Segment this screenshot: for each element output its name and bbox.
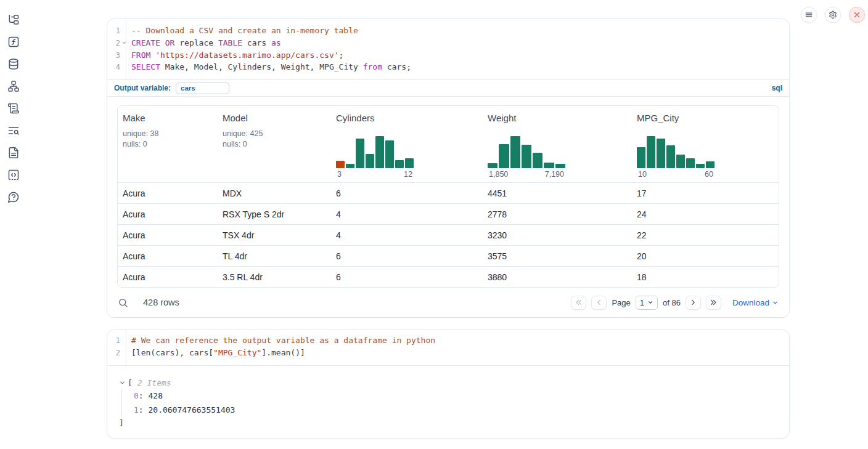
column-histogram[interactable]: 1,8507,190 <box>488 136 565 179</box>
table-cell: 4 <box>331 225 483 245</box>
code-text: FROM 'https://datasets.marimo.app/cars.c… <box>126 49 343 62</box>
table-cell: 3880 <box>483 267 632 287</box>
table-cell: 6 <box>331 183 483 203</box>
table-row[interactable]: AcuraMDX6445117 <box>118 182 779 203</box>
items-count: 2 Items <box>137 378 171 387</box>
text-search-icon <box>7 124 20 137</box>
menu-button[interactable] <box>801 7 817 23</box>
first-page-button[interactable] <box>571 296 586 310</box>
download-label: Download <box>732 298 769 307</box>
language-badge: sql <box>772 84 782 92</box>
sidebar-item-scroll-text[interactable] <box>5 102 22 115</box>
sidebar-item-code-snippet[interactable] <box>5 169 22 181</box>
open-bracket: [ <box>128 378 133 387</box>
table-cell: Acura <box>118 267 218 287</box>
histogram-bar <box>676 155 685 168</box>
line-number: 1 <box>107 25 126 37</box>
column-histogram[interactable]: 312 <box>336 136 414 179</box>
page-select[interactable]: 1 <box>636 296 658 310</box>
settings-button[interactable] <box>825 7 841 23</box>
table-cell: 4 <box>331 204 483 224</box>
sidebar-item-file-tree[interactable] <box>5 14 22 26</box>
column-header-make[interactable]: Makeunique: 38nulls: 0 <box>118 106 218 182</box>
table-row[interactable]: Acura3.5 RL 4dr6388018 <box>118 266 779 287</box>
prev-page-button[interactable] <box>591 296 607 310</box>
histogram-bar <box>405 158 414 168</box>
code-text: SELECT Make, Model, Cylinders, Weight, M… <box>126 61 411 73</box>
python-code-editor[interactable]: 1# We can reference the output variable … <box>107 330 789 365</box>
shutdown-button[interactable] <box>849 7 865 23</box>
column-header-mpg_city[interactable]: MPG_City1060 <box>632 106 779 182</box>
table-cell: 6 <box>331 246 483 266</box>
sidebar-item-text-search[interactable] <box>5 124 22 137</box>
histogram-bar <box>510 136 520 168</box>
function-square-icon <box>7 36 20 48</box>
sidebar-item-network[interactable] <box>5 80 22 92</box>
histogram-bar <box>346 164 354 168</box>
output-variable-label: Output variable: <box>114 84 171 92</box>
histogram-max-label: 12 <box>404 170 412 179</box>
sidebar-item-file-text[interactable] <box>5 147 22 159</box>
line-number: 2 <box>107 37 126 49</box>
code-line: 1-- Download a CSV and create an in-memo… <box>107 25 789 37</box>
sidebar-item-help-circle[interactable] <box>5 191 22 203</box>
line-number: 4 <box>107 61 126 73</box>
scroll-text-icon <box>7 102 20 115</box>
column-name: Model <box>223 113 326 123</box>
table-header-row: Makeunique: 38nulls: 0Modelunique: 425nu… <box>118 106 779 182</box>
sql-cell: 1-- Download a CSV and create an in-memo… <box>107 18 790 318</box>
table-row[interactable]: AcuraRSX Type S 2dr4277824 <box>118 203 779 224</box>
last-page-button[interactable] <box>706 296 721 310</box>
search-icon[interactable] <box>118 297 128 308</box>
table-row[interactable]: AcuraTL 4dr6357520 <box>118 245 779 266</box>
sql-code-editor[interactable]: 1-- Download a CSV and create an in-memo… <box>107 19 789 79</box>
histogram-bar <box>385 140 394 168</box>
tree-entries: 0: 4281: 20.060747663551403 <box>121 389 779 417</box>
histogram-bar <box>666 145 675 168</box>
topbar-actions <box>801 7 865 23</box>
histogram-bar <box>336 161 345 168</box>
column-header-cylinders[interactable]: Cylinders312 <box>331 106 483 182</box>
table-cell: 3230 <box>483 225 632 245</box>
histogram-bar <box>522 145 531 168</box>
table-row[interactable]: AcuraTSX 4dr4323022 <box>118 224 779 245</box>
code-text: # We can reference the output variable a… <box>126 334 435 347</box>
sidebar-item-database[interactable] <box>5 58 22 70</box>
histogram-min-label: 10 <box>638 170 647 179</box>
column-stats: unique: 38nulls: 0 <box>123 129 213 149</box>
network-icon <box>7 80 20 92</box>
column-header-model[interactable]: Modelunique: 425nulls: 0 <box>218 106 331 182</box>
page-select-value: 1 <box>640 298 644 307</box>
output-variable-input[interactable] <box>176 83 229 94</box>
code-line: 2[len(cars), cars["MPG_City"].mean()] <box>107 347 789 359</box>
code-line: 1# We can reference the output variable … <box>107 334 789 347</box>
histogram-bar <box>696 164 705 168</box>
help-circle-icon <box>7 191 20 203</box>
download-button[interactable]: Download <box>732 298 779 307</box>
app-root: 1-- Download a CSV and create an in-memo… <box>0 0 868 449</box>
table-cell: 20 <box>632 246 779 266</box>
python-cell: 1# We can reference the output variable … <box>107 330 790 439</box>
next-page-button[interactable] <box>686 296 701 310</box>
table-cell: TSX 4dr <box>218 225 331 245</box>
column-stats: unique: 425nulls: 0 <box>223 129 326 149</box>
column-header-weight[interactable]: Weight1,8507,190 <box>483 106 632 182</box>
sql-cell-output: Makeunique: 38nulls: 0Modelunique: 425nu… <box>107 96 789 316</box>
column-histogram[interactable]: 1060 <box>637 136 714 179</box>
table-cell: Acura <box>118 183 218 203</box>
column-name: Weight <box>488 113 627 123</box>
code-line: 4SELECT Make, Model, Cylinders, Weight, … <box>107 61 789 73</box>
fold-icon[interactable] <box>121 40 127 46</box>
histogram-bar <box>366 154 374 168</box>
table-cell: Acura <box>118 225 218 245</box>
table-cell: Acura <box>118 204 218 224</box>
gear-icon <box>829 10 837 19</box>
table-cell: TL 4dr <box>218 246 331 266</box>
chevron-left-icon <box>596 299 603 306</box>
histogram-bar <box>647 136 655 168</box>
tree-key: 1 <box>134 405 139 415</box>
sidebar-item-function-square[interactable] <box>5 36 22 48</box>
table-footer: 428 rows Page 1 of 86 <box>107 288 789 316</box>
table-cell: 3.5 RL 4dr <box>218 267 331 287</box>
collapse-icon[interactable] <box>119 379 126 386</box>
